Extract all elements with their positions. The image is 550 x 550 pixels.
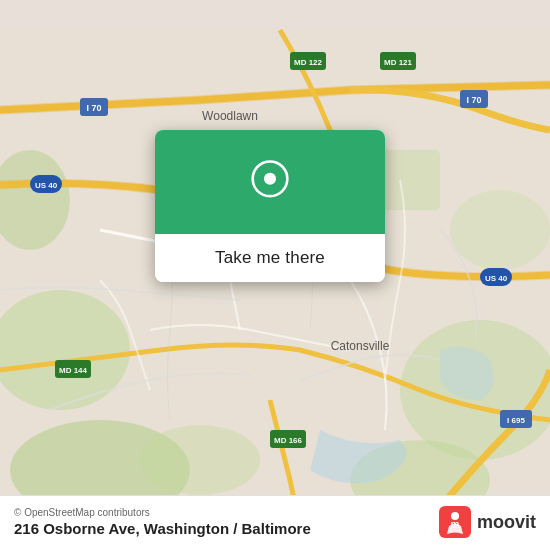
take-me-there-button[interactable]: Take me there (155, 234, 385, 282)
svg-point-8 (140, 425, 260, 495)
svg-text:Catonsville: Catonsville (331, 339, 390, 353)
svg-text:MD 166: MD 166 (274, 436, 303, 445)
bottom-left: © OpenStreetMap contributors 216 Osborne… (14, 507, 311, 537)
map-container: I 70 I 70 US 40 US 40 US 40 US 40 MD 122… (0, 0, 550, 550)
svg-text:MD 121: MD 121 (384, 58, 413, 67)
svg-text:US 40: US 40 (485, 274, 508, 283)
svg-text:I 70: I 70 (86, 103, 101, 113)
moovit-brand-text: moovit (477, 512, 536, 533)
bottom-bar: © OpenStreetMap contributors 216 Osborne… (0, 495, 550, 550)
svg-point-6 (450, 190, 550, 270)
address-text: 216 Osborne Ave, Washington / Baltimore (14, 520, 311, 537)
svg-text:I 695: I 695 (507, 416, 525, 425)
moovit-logo-icon: m (439, 506, 471, 538)
moovit-logo: m moovit (439, 506, 536, 538)
svg-text:MD 122: MD 122 (294, 58, 323, 67)
card-icon-area (155, 130, 385, 234)
location-card: Take me there (155, 130, 385, 282)
svg-point-37 (451, 512, 459, 520)
copyright-text: © OpenStreetMap contributors (14, 507, 311, 518)
svg-text:US 40: US 40 (35, 181, 58, 190)
svg-text:I 70: I 70 (466, 95, 481, 105)
svg-text:MD 144: MD 144 (59, 366, 88, 375)
svg-text:Woodlawn: Woodlawn (202, 109, 258, 123)
location-pin-icon (244, 158, 296, 210)
